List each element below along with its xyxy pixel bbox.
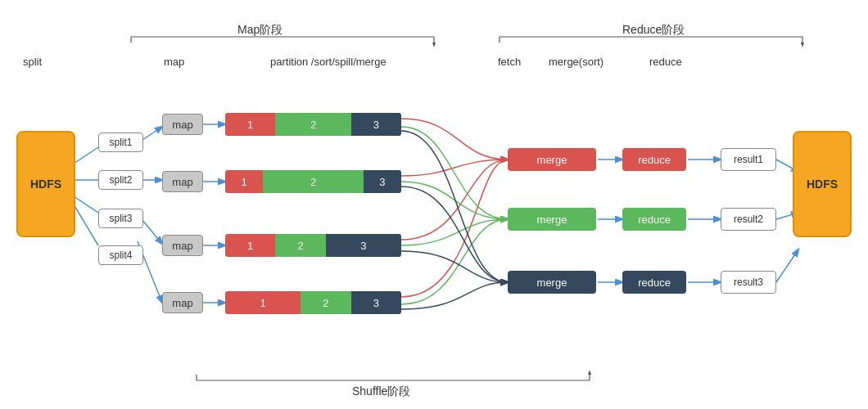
split4-box: split4 — [98, 245, 143, 265]
split1-box: split1 — [98, 133, 143, 152]
svg-line-12 — [74, 147, 98, 164]
seg-2-1: 1 — [225, 170, 263, 193]
svg-marker-7 — [801, 43, 804, 47]
merge-dark-box: merge — [508, 271, 596, 294]
seg-2-2: 2 — [263, 170, 364, 193]
reduce-col-label: reduce — [649, 56, 682, 68]
result1-box: result1 — [721, 148, 776, 171]
svg-line-15 — [74, 204, 98, 245]
seg-4-2: 2 — [301, 291, 350, 314]
partition-col-label: partition /sort/spill/merge — [270, 56, 387, 68]
seg-1-2: 2 — [275, 113, 350, 136]
partition-bar-1: 1 2 3 — [225, 113, 401, 136]
seg-3-3: 3 — [326, 234, 401, 257]
reduce-phase-label: Reduce阶段 — [622, 23, 685, 38]
svg-line-32 — [776, 249, 798, 282]
map1-box: map — [162, 114, 203, 135]
hdfs-right: HDFS — [793, 131, 852, 237]
merge-sort-col-label: merge(sort) — [549, 56, 604, 68]
map3-box: map — [162, 235, 203, 256]
fetch-col-label: fetch — [498, 56, 521, 68]
split-col-label: split — [23, 56, 42, 68]
arrows-svg — [0, 0, 868, 409]
seg-4-3: 3 — [351, 291, 401, 314]
result2-box: result2 — [721, 208, 776, 231]
seg-3-1: 1 — [225, 234, 275, 257]
seg-1-3: 3 — [351, 113, 401, 136]
diagram: Map阶段 Reduce阶段 Shuffle阶段 split map parti… — [0, 0, 868, 409]
seg-3-2: 2 — [275, 234, 325, 257]
reduce-green-box: reduce — [622, 208, 686, 231]
merge-green-box: merge — [508, 208, 596, 231]
partition-bar-2: 1 2 3 — [225, 170, 401, 193]
partition-bar-4: 1 2 3 — [225, 291, 401, 314]
reduce-dark-box: reduce — [622, 271, 686, 294]
map4-box: map — [162, 292, 203, 313]
reduce-red-box: reduce — [622, 148, 686, 171]
map-phase-label: Map阶段 — [237, 23, 283, 38]
split2-box: split2 — [98, 170, 143, 190]
shuffle-phase-label: Shuffle阶段 — [352, 384, 410, 399]
svg-marker-11 — [588, 370, 591, 375]
partition-bar-3: 1 2 3 — [225, 234, 401, 257]
merge-red-box: merge — [508, 148, 596, 171]
svg-line-14 — [74, 196, 98, 213]
split3-box: split3 — [98, 209, 143, 228]
hdfs-left: HDFS — [16, 131, 75, 237]
seg-4-1: 1 — [225, 291, 301, 314]
seg-1-1: 1 — [225, 113, 275, 136]
seg-2-3: 3 — [364, 170, 401, 193]
map2-box: map — [162, 171, 203, 192]
svg-marker-3 — [432, 43, 436, 47]
result3-box: result3 — [721, 271, 776, 294]
map-col-label: map — [164, 56, 184, 68]
